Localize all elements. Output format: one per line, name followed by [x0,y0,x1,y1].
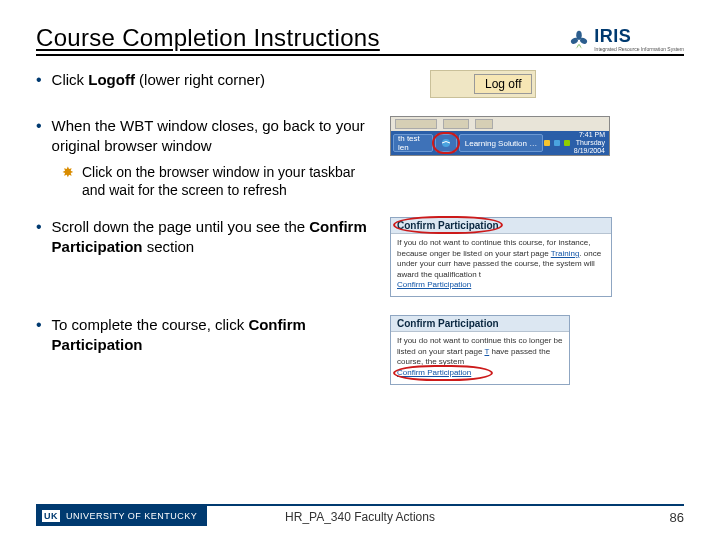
bullet-item: • Click Logoff (lower right corner) [36,70,376,90]
iris-logo: IRIS Integrated Resource Information Sys… [568,26,684,52]
toolbar-chip [443,119,469,129]
bullet-text: When the WBT window closes, go back to y… [52,116,376,155]
page-number: 86 [670,510,684,525]
star-bullet-icon: ✸ [62,163,74,199]
taskbar-clock: 7:41 PM Thursday 8/19/2004 [574,131,605,154]
text-bold: Logoff [88,71,135,88]
confirm-header: Confirm Participation [391,218,611,234]
clock-time: 7:41 PM [574,131,605,139]
text-fragment: section [142,238,194,255]
confirm-body: If you do not want to continue this cour… [391,234,611,296]
bullet-dot-icon: • [36,70,42,90]
logoff-button-image: Log off [474,74,532,94]
taskbar-toolbar [391,117,609,131]
screenshot-taskbar: th test len Learning Solution … [390,116,610,156]
bullet-text: Click Logoff (lower right corner) [52,70,265,90]
uk-logo-mark: UK [42,510,60,522]
sub-bullet-item: ✸ Click on the browser window in your ta… [62,163,376,199]
tray-icon [564,140,570,146]
bullet-row: • Scroll down the page until you see the… [36,217,684,297]
bullet-dot-icon: • [36,116,42,155]
screenshot-logoff: Log off [430,70,536,98]
text-fragment: (lower right corner) [135,71,265,88]
bullet-item: • To complete the course, click Confirm … [36,315,376,354]
confirm-header-text: Confirm Participation [397,220,499,231]
taskbar-item: th test len [393,134,433,152]
slide-title: Course Completion Instructions [36,24,380,52]
ie-icon [441,138,451,148]
bullet-dot-icon: • [36,217,42,256]
text-fragment: To complete the course, click [52,316,249,333]
tray-icon [544,140,550,146]
slide-content: • Click Logoff (lower right corner) Log … [36,70,684,385]
text-fragment: Scroll down the page until you see the [52,218,310,235]
svg-point-3 [442,139,450,147]
bullet-item: • Scroll down the page until you see the… [36,217,376,256]
clock-day: Thursday [574,139,605,147]
link-text: Confirm Participation [397,368,471,377]
slide-footer: UK UNIVERSITY OF KENTUCKY HR_PA_340 Facu… [0,504,720,526]
uk-logo-block: UK UNIVERSITY OF KENTUCKY [36,506,207,526]
clock-date: 8/19/2004 [574,147,605,155]
taskbar-item: Learning Solution … [459,134,543,152]
taskbar-bar: th test len Learning Solution … [391,131,609,155]
toolbar-chip [475,119,493,129]
iris-flower-icon [568,28,590,50]
uk-logo-text: UNIVERSITY OF KENTUCKY [66,511,197,521]
confirm-header: Confirm Participation [391,316,569,332]
bullet-text: Scroll down the page until you see the C… [52,217,376,256]
bullet-item: • When the WBT window closes, go back to… [36,116,376,155]
screenshot-confirm-click: Confirm Participation If you do not want… [390,315,570,385]
confirm-participation-link: Confirm Participation [397,280,471,290]
bullet-text: To complete the course, click Confirm Pa… [52,315,376,354]
taskbar-tray: 7:41 PM Thursday 8/19/2004 [544,131,607,154]
slide-header: Course Completion Instructions IRIS Inte… [36,24,684,56]
bullet-row: • To complete the course, click Confirm … [36,315,684,385]
iris-logo-text: IRIS [594,26,684,47]
taskbar-browser-item [435,134,457,152]
confirm-body: If you do not want to continue this co l… [391,332,569,384]
bullet-row: • When the WBT window closes, go back to… [36,116,684,199]
bullet-row: • Click Logoff (lower right corner) Log … [36,70,684,98]
bullet-dot-icon: • [36,315,42,354]
sub-bullet-text: Click on the browser window in your task… [82,163,376,199]
text-fragment: Click [52,71,89,88]
screenshot-confirm-section: Confirm Participation If you do not want… [390,217,612,297]
confirm-participation-link: Confirm Participation [397,368,471,378]
slide: Course Completion Instructions IRIS Inte… [0,0,720,540]
inline-link: Training [551,249,580,258]
toolbar-chip [395,119,437,129]
iris-logo-subtext: Integrated Resource Information System [594,47,684,52]
tray-icon [554,140,560,146]
